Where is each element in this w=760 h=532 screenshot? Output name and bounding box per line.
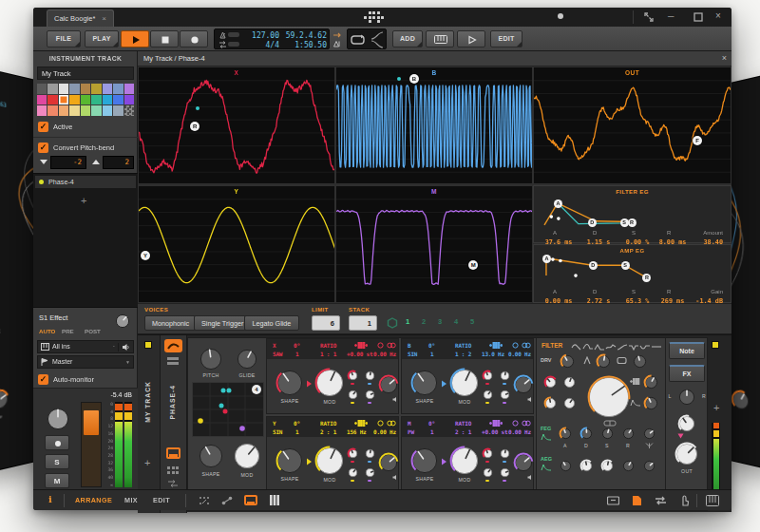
osc-mini-knob[interactable]: [499, 370, 511, 382]
palette-swatch[interactable]: [103, 95, 112, 105]
mute-button[interactable]: M: [45, 473, 69, 488]
limit-value[interactable]: 6: [312, 315, 340, 331]
filter-eg[interactable]: FILTER EGADSRA37.6 msD1.15 sS0.00 %R8.00…: [533, 185, 732, 243]
filter-env-knob[interactable]: [643, 395, 659, 411]
scope-panel-out[interactable]: OUTF: [533, 66, 732, 184]
osc-wave-index[interactable]: 1: [295, 428, 298, 435]
follow-playhead-button[interactable]: [457, 30, 485, 48]
osc-mod-knob[interactable]: [449, 446, 480, 476]
io-mappings-icon[interactable]: [655, 496, 667, 505]
metronome-toggle-icon[interactable]: [332, 40, 342, 48]
device-name-tab[interactable]: PHASE-4: [169, 385, 176, 419]
scope-panel-y[interactable]: YY: [138, 185, 335, 303]
palette-swatch[interactable]: [91, 95, 101, 105]
osc-level-knob[interactable]: [378, 374, 399, 395]
osc-wave-value[interactable]: SIN: [408, 351, 417, 357]
osc-wave-index[interactable]: 1: [295, 351, 298, 357]
stack-number-4[interactable]: 4: [454, 317, 458, 326]
view-toggle-arrange[interactable]: ARRANGE: [75, 496, 112, 504]
osc-mini-knob[interactable]: [364, 370, 376, 382]
touch-mode-icon[interactable]: [679, 495, 690, 506]
osc-freq-value[interactable]: 0.00 Hz: [508, 428, 531, 435]
document-tab[interactable]: Calc Boogie*×: [47, 10, 114, 27]
filter-type-icon[interactable]: [594, 341, 605, 351]
device-enable-icon[interactable]: [164, 339, 182, 352]
osc-mini-knob[interactable]: [364, 466, 376, 479]
keytrack-icon[interactable]: [354, 342, 368, 349]
pitch-knob[interactable]: [199, 347, 223, 371]
device-add-plus[interactable]: +: [713, 402, 719, 413]
file-browser-icon[interactable]: [632, 495, 642, 506]
filter-type-icon[interactable]: [617, 341, 628, 351]
osc-mini-knob[interactable]: [482, 466, 494, 479]
punch-in-icon[interactable]: [332, 31, 342, 39]
device-preset-icon[interactable]: [166, 356, 180, 365]
feg-knob-3[interactable]: [600, 427, 615, 441]
filter-mini-3[interactable]: [543, 396, 558, 410]
osc-speaker-icon[interactable]: [392, 396, 399, 403]
phase-xy-pad[interactable]: 4: [192, 382, 264, 437]
grid-icon[interactable]: [167, 466, 179, 475]
osc-freq-value[interactable]: 0.00 Hz: [508, 351, 531, 357]
osc-wave-index[interactable]: 1: [430, 428, 433, 435]
filter-mini-2[interactable]: [562, 375, 577, 390]
automation-follow-icon[interactable]: [370, 40, 384, 48]
osc-mini-knob[interactable]: [347, 466, 359, 479]
fullscreen-icon[interactable]: [644, 12, 654, 22]
palette-swatch[interactable]: [37, 84, 47, 94]
osc-mini-knob[interactable]: [499, 466, 511, 479]
palette-swatch[interactable]: [81, 84, 90, 94]
retrigger-icon[interactable]: [377, 420, 384, 427]
device-panel-toggle-icon[interactable]: [244, 495, 257, 505]
osc-wave-value[interactable]: SAW: [273, 351, 282, 357]
voice-mode-2[interactable]: Single Trigger: [194, 315, 251, 331]
osc-mini-knob[interactable]: [347, 389, 359, 401]
snap-grid-icon[interactable]: [199, 496, 210, 505]
add-device-button[interactable]: +: [81, 195, 86, 206]
out-level-knob[interactable]: [674, 442, 699, 466]
tab-close-icon[interactable]: ×: [102, 10, 106, 27]
automation-write-icon[interactable]: [370, 31, 384, 40]
palette-swatch[interactable]: [59, 105, 68, 116]
minimize-icon[interactable]: ─: [668, 10, 674, 22]
amp-eg[interactable]: AMP EGADSRA0.00 msD2.72 sS65.3 %R269 msG…: [533, 244, 732, 303]
filter-eg-node-r[interactable]: R: [628, 218, 636, 227]
osc-freq-value[interactable]: 0.00 Hz: [373, 428, 396, 435]
osc-ratio-value[interactable]: 1 : 1: [320, 351, 336, 357]
device-color-chip-right[interactable]: [712, 341, 719, 349]
osc-ratio-value[interactable]: 1 : 2: [455, 351, 471, 357]
osc-ratio-value[interactable]: 2 : 1: [320, 428, 336, 435]
position-value[interactable]: 59.2.4.62: [277, 31, 327, 40]
s1-effect-knob[interactable]: [114, 313, 131, 330]
transport-play-button[interactable]: [121, 30, 149, 48]
keytrack-icon[interactable]: [354, 420, 368, 427]
convert-pitch-bend-checkbox[interactable]: ✓: [38, 142, 48, 153]
mix-knob[interactable]: [677, 414, 696, 433]
scope-panel-m[interactable]: MM: [335, 185, 533, 303]
osc-mod-knob[interactable]: [449, 368, 480, 398]
device-track-tab[interactable]: MY TRACK: [144, 381, 151, 423]
palette-swatch[interactable]: [91, 105, 101, 116]
osc-phase-value[interactable]: 0°: [294, 420, 300, 427]
active-checkbox[interactable]: ✓: [38, 122, 48, 132]
palette-swatch[interactable]: [103, 105, 112, 116]
device-pan-knob[interactable]: [677, 388, 696, 407]
scope-panel-x[interactable]: XR: [138, 66, 335, 184]
palette-swatch[interactable]: [69, 84, 79, 94]
feg-knob-1[interactable]: [559, 427, 573, 441]
arm-record-button[interactable]: [45, 435, 69, 450]
osc-speaker-icon[interactable]: [527, 474, 534, 481]
mixer-panel-toggle-icon[interactable]: [269, 495, 280, 505]
s1-mode-pre[interactable]: PRE: [62, 328, 74, 334]
stack-hexagon-icon[interactable]: [387, 317, 398, 329]
osc-speaker-icon[interactable]: [392, 474, 399, 481]
filter-mini-4[interactable]: [562, 396, 577, 410]
osc-shape-knob[interactable]: [276, 446, 304, 475]
osc-freq-value[interactable]: 0.00 Hz: [373, 351, 396, 357]
bend-down-value[interactable]: -2: [50, 156, 86, 169]
keytrack-icon[interactable]: [489, 420, 503, 427]
palette-swatch[interactable]: [48, 105, 57, 116]
filter-type-icon[interactable]: [582, 341, 594, 351]
palette-swatch[interactable]: [103, 84, 112, 94]
input-routing-select[interactable]: All ins·: [37, 340, 134, 353]
